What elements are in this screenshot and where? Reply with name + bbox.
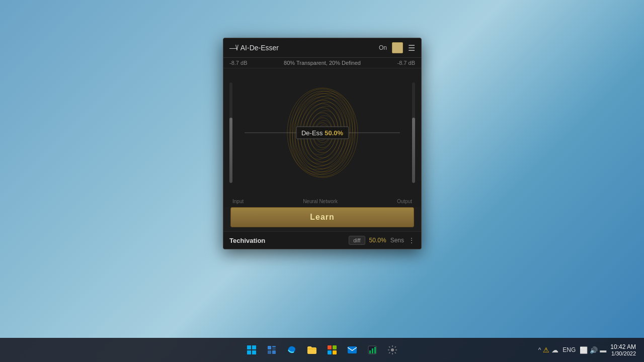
title-controls: On ☰ (379, 42, 415, 53)
de-ess-text: De-Ess (301, 129, 323, 136)
labels-row: Input Neural Network Output (223, 197, 421, 207)
meter-track-right (412, 82, 415, 183)
svg-rect-30 (272, 350, 276, 354)
meter-track-left (229, 82, 232, 183)
brand-label: Techivation (229, 237, 265, 244)
footer-bar: Techivation diff 50.0% Sens ⋮ (223, 231, 421, 249)
meter-fill-right (412, 118, 415, 183)
edge-button[interactable] (283, 341, 301, 359)
mail-button[interactable] (343, 341, 361, 359)
svg-rect-28 (272, 348, 276, 349)
taskbar: ^ ⚠ ☁ ENG ⬜ 🔊 ▬ 10:42 AM 1/30/2022 (0, 338, 644, 362)
system-tray: ^ ⚠ ☁ ENG ⬜ 🔊 ▬ 10:42 AM 1/30/2022 (538, 343, 636, 356)
output-meter (406, 68, 421, 197)
svg-rect-37 (369, 350, 371, 353)
de-ess-label: De-Ess 50.0% (296, 126, 349, 139)
settings-button[interactable] (383, 341, 401, 359)
svg-rect-27 (272, 346, 276, 347)
speaker-icon[interactable]: 🔊 (590, 346, 598, 354)
taskmanager-button[interactable] (363, 341, 381, 359)
clock-time: 10:42 AM (610, 343, 636, 350)
title-bar: —\/ AI-De-Esser On ☰ (223, 38, 421, 58)
monitor-icon[interactable]: ⬜ (580, 346, 588, 354)
diff-button[interactable]: diff (349, 236, 365, 245)
info-bar: -8.7 dB 80% Transparent, 20% Defined -8.… (223, 58, 421, 68)
file-explorer-button[interactable] (303, 341, 321, 359)
output-label: Output (397, 199, 412, 204)
main-area: De-Ess 50.0% (223, 68, 421, 197)
menu-icon[interactable]: ☰ (408, 43, 415, 53)
svg-rect-31 (328, 345, 332, 349)
center-visualization: De-Ess 50.0% (238, 68, 406, 197)
warning-icon: ⚠ (543, 346, 549, 354)
start-button[interactable] (243, 341, 261, 359)
db-left-label: -8.7 dB (229, 60, 247, 66)
learn-button[interactable]: Learn (230, 207, 414, 227)
plugin-title: AI-De-Esser (240, 44, 279, 52)
svg-rect-23 (252, 345, 256, 349)
clock-date: 1/30/2022 (611, 350, 636, 356)
battery-icon: ▬ (600, 346, 606, 354)
input-meter (223, 68, 238, 197)
svg-rect-39 (374, 347, 376, 353)
cloud-icon: ☁ (551, 346, 558, 354)
store-button[interactable] (323, 341, 341, 359)
svg-rect-33 (328, 350, 332, 354)
input-label: Input (232, 199, 244, 204)
system-clock[interactable]: 10:42 AM 1/30/2022 (610, 343, 636, 356)
chevron-icon[interactable]: ^ (538, 346, 541, 353)
svg-rect-24 (247, 350, 251, 354)
db-right-label: -8.7 dB (397, 60, 415, 66)
de-ess-value: 50.0% (325, 129, 343, 136)
svg-rect-22 (247, 345, 251, 349)
taskbar-center (243, 341, 401, 359)
svg-rect-38 (372, 348, 373, 353)
title-left: —\/ AI-De-Esser (229, 44, 279, 52)
widgets-button[interactable] (263, 341, 281, 359)
plugin-window: —\/ AI-De-Esser On ☰ -8.7 dB 80% Transpa… (223, 38, 422, 249)
lang-indicator[interactable]: ENG (562, 346, 576, 353)
svg-rect-32 (333, 345, 337, 349)
tray-icons: ^ ⚠ ☁ (538, 346, 559, 354)
preset-label: 80% Transparent, 20% Defined (284, 60, 361, 66)
more-options-icon[interactable]: ⋮ (408, 236, 415, 244)
meter-fill-left (229, 118, 232, 183)
svg-point-40 (391, 348, 394, 351)
svg-rect-35 (348, 346, 357, 353)
footer-controls: diff 50.0% Sens ⋮ (349, 236, 415, 245)
sens-label: Sens (390, 237, 404, 244)
sens-value: 50.0% (369, 237, 386, 244)
on-label: On (379, 44, 387, 51)
on-button[interactable] (392, 42, 403, 53)
plugin-icon: —\/ (229, 44, 237, 52)
svg-rect-34 (333, 350, 337, 354)
svg-rect-25 (252, 350, 256, 354)
svg-rect-26 (268, 346, 271, 349)
svg-rect-29 (268, 350, 271, 354)
neural-label: Neural Network (303, 199, 338, 204)
